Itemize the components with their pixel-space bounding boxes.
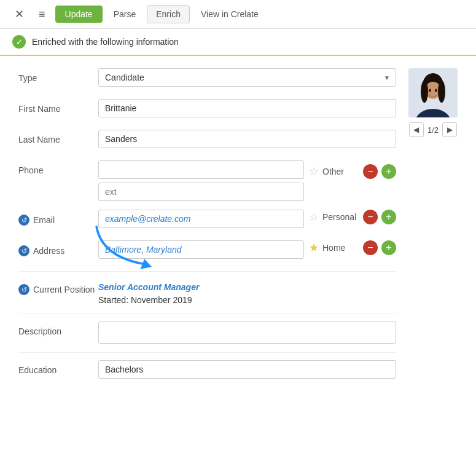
description-label: Description	[18, 322, 98, 336]
close-button[interactable]: ✕	[10, 5, 29, 23]
address-row: ↺ Address ★ Home − +	[18, 240, 396, 262]
type-label: Type	[18, 68, 98, 83]
main-content: Type Candidate First Name Last Name	[0, 56, 476, 400]
lastname-label: Last Name	[18, 130, 98, 144]
email-contact-right: ☆ Personal − +	[309, 210, 396, 224]
phone-field	[98, 160, 304, 201]
photo-box	[408, 68, 458, 117]
education-label: Education	[18, 360, 98, 375]
address-add-button[interactable]: +	[381, 240, 396, 255]
phone-add-button[interactable]: +	[381, 164, 396, 179]
address-undo-icon[interactable]: ↺	[18, 245, 29, 256]
menu-button[interactable]: ≡	[34, 6, 50, 23]
firstname-row: First Name	[18, 99, 396, 121]
address-label: ↺ Address	[18, 240, 98, 256]
enrich-banner: ✓ Enriched with the following informatio…	[0, 29, 476, 56]
address-type-label: Home	[322, 243, 359, 253]
current-position-content: Senior Account Manager Started: November…	[98, 279, 199, 305]
email-type-label: Personal	[322, 212, 359, 222]
email-field	[98, 210, 304, 228]
firstname-field	[98, 99, 396, 117]
email-input[interactable]	[98, 210, 304, 228]
phone-input[interactable]	[98, 160, 304, 179]
firstname-label: First Name	[18, 99, 98, 114]
address-input[interactable]	[98, 240, 304, 259]
email-star-icon: ☆	[309, 210, 319, 224]
current-position-date: Started: November 2019	[98, 295, 199, 305]
lastname-field	[98, 130, 396, 148]
current-position-title: Senior Account Manager	[98, 282, 199, 294]
lastname-row: Last Name	[18, 130, 396, 152]
address-remove-button[interactable]: −	[363, 240, 378, 255]
email-undo-icon[interactable]: ↺	[18, 215, 29, 226]
email-remove-button[interactable]: −	[363, 210, 378, 224]
description-input[interactable]	[98, 322, 396, 344]
phone-contact-right: ☆ Other − +	[309, 164, 396, 179]
check-icon: ✓	[12, 35, 26, 49]
form-area: Type Candidate First Name Last Name	[18, 68, 396, 387]
current-position-label: ↺ Current Position	[18, 279, 98, 295]
svg-point-7	[429, 89, 431, 92]
photo-area: ◀ 1/2 ▶	[408, 68, 458, 387]
description-field	[98, 322, 396, 344]
email-add-button[interactable]: +	[381, 210, 396, 224]
address-contact-right: ★ Home − +	[309, 240, 396, 255]
email-row: ↺ Email ☆ Personal − +	[18, 210, 396, 232]
phone-star-icon: ☆	[309, 165, 319, 178]
email-label: ↺ Email	[18, 210, 98, 226]
type-select[interactable]: Candidate	[98, 68, 396, 87]
ext-input[interactable]	[98, 183, 304, 201]
enrich-button[interactable]: Enrich	[147, 5, 190, 23]
svg-point-8	[435, 89, 437, 92]
education-field	[98, 360, 396, 379]
type-field: Candidate	[98, 68, 396, 87]
photo-counter: 1/2	[427, 125, 439, 135]
address-star-icon: ★	[309, 241, 319, 255]
description-row: Description	[18, 314, 396, 344]
phone-label: Phone	[18, 160, 98, 175]
phone-remove-button[interactable]: −	[363, 164, 378, 179]
type-row: Type Candidate	[18, 68, 396, 90]
firstname-input[interactable]	[98, 99, 396, 117]
photo-prev-button[interactable]: ◀	[409, 122, 424, 137]
lastname-input[interactable]	[98, 130, 396, 148]
phone-row: Phone ☆ Other − +	[18, 160, 396, 201]
view-in-crelate-button[interactable]: View in Crelate	[195, 6, 265, 23]
address-field	[98, 240, 304, 259]
photo-nav: ◀ 1/2 ▶	[409, 122, 457, 137]
education-input[interactable]	[98, 360, 396, 379]
banner-text: Enriched with the following information	[32, 37, 179, 47]
avatar-image	[408, 68, 458, 117]
svg-point-6	[438, 81, 445, 103]
photo-next-button[interactable]: ▶	[442, 122, 457, 137]
type-select-wrapper: Candidate	[98, 68, 396, 87]
parse-button[interactable]: Parse	[107, 6, 142, 23]
svg-point-5	[421, 81, 428, 103]
current-position-row: ↺ Current Position Senior Account Manage…	[18, 271, 396, 305]
education-row: Education	[18, 352, 396, 379]
toolbar: ✕ ≡ Update Parse Enrich View in Crelate	[0, 0, 476, 29]
other-type-label: Other	[322, 167, 359, 176]
current-position-undo-icon[interactable]: ↺	[18, 284, 29, 295]
update-button[interactable]: Update	[55, 6, 103, 23]
